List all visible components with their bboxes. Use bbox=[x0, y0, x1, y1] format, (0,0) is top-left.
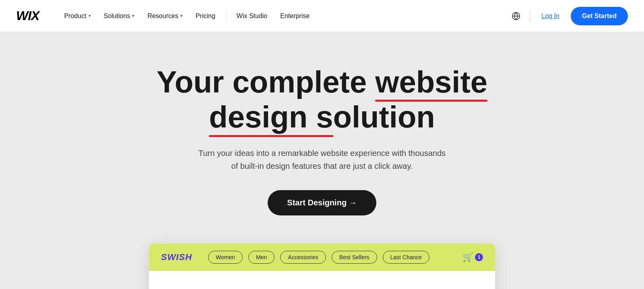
nav-enterprise-label: Enterprise bbox=[280, 12, 310, 20]
login-button[interactable]: Log In bbox=[537, 9, 564, 23]
wix-logo[interactable]: WIX bbox=[16, 8, 39, 23]
nav-product[interactable]: Product ▾ bbox=[58, 9, 96, 23]
hero-section: Your complete website design solution Tu… bbox=[0, 32, 644, 289]
preview-nav-accessories[interactable]: Accessories bbox=[280, 251, 326, 264]
nav-solutions[interactable]: Solutions ▾ bbox=[98, 9, 140, 23]
preview-content-area bbox=[149, 271, 495, 289]
hero-title-design-solution: design solution bbox=[209, 99, 435, 134]
navbar-right: Log In Get Started bbox=[509, 7, 628, 25]
nav-right-divider bbox=[530, 10, 530, 22]
get-started-button[interactable]: Get Started bbox=[571, 7, 628, 25]
hero-title: Your complete website design solution bbox=[141, 64, 503, 135]
nav-pricing[interactable]: Pricing bbox=[190, 9, 221, 23]
nav-resources-label: Resources bbox=[147, 12, 178, 20]
swish-brand-logo: SWISH bbox=[161, 252, 192, 262]
navbar: WIX Product ▾ Solutions ▾ Resources ▾ Pr… bbox=[0, 0, 644, 32]
nav-resources[interactable]: Resources ▾ bbox=[142, 9, 188, 23]
preview-window: SWISH Women Men Accessories Best Sellers… bbox=[149, 244, 495, 289]
cart-icon: 🛒 bbox=[462, 252, 473, 262]
hero-title-part1: Your complete bbox=[157, 65, 375, 99]
start-designing-button[interactable]: Start Designing → bbox=[268, 190, 376, 215]
nav-wix-studio[interactable]: Wix Studio bbox=[231, 9, 273, 23]
preview-cart: 🛒 1 bbox=[462, 252, 483, 262]
preview-strip: SWISH Women Men Accessories Best Sellers… bbox=[16, 244, 628, 289]
chevron-down-icon: ▾ bbox=[132, 13, 134, 18]
nav-solutions-label: Solutions bbox=[104, 12, 130, 20]
chevron-down-icon: ▾ bbox=[180, 13, 183, 18]
nav-wix-studio-label: Wix Studio bbox=[237, 12, 267, 20]
preview-nav-last-chance[interactable]: Last Chance bbox=[383, 251, 430, 264]
preview-nav-women[interactable]: Women bbox=[208, 251, 243, 264]
nav-enterprise[interactable]: Enterprise bbox=[275, 9, 315, 23]
hero-title-website: website bbox=[375, 64, 487, 99]
nav-product-label: Product bbox=[64, 12, 86, 20]
preview-navbar: SWISH Women Men Accessories Best Sellers… bbox=[149, 244, 495, 271]
nav-links: Product ▾ Solutions ▾ Resources ▾ Pricin… bbox=[58, 9, 509, 23]
preview-nav-men[interactable]: Men bbox=[248, 251, 275, 264]
nav-divider bbox=[226, 10, 226, 22]
chevron-down-icon: ▾ bbox=[89, 13, 91, 18]
language-selector[interactable] bbox=[509, 9, 523, 23]
hero-subtitle: Turn your ideas into a remarkable websit… bbox=[197, 147, 447, 172]
cart-badge: 1 bbox=[475, 253, 483, 261]
preview-nav-items: Women Men Accessories Best Sellers Last … bbox=[208, 251, 462, 264]
preview-nav-best-sellers[interactable]: Best Sellers bbox=[332, 251, 377, 264]
nav-pricing-label: Pricing bbox=[196, 12, 215, 20]
